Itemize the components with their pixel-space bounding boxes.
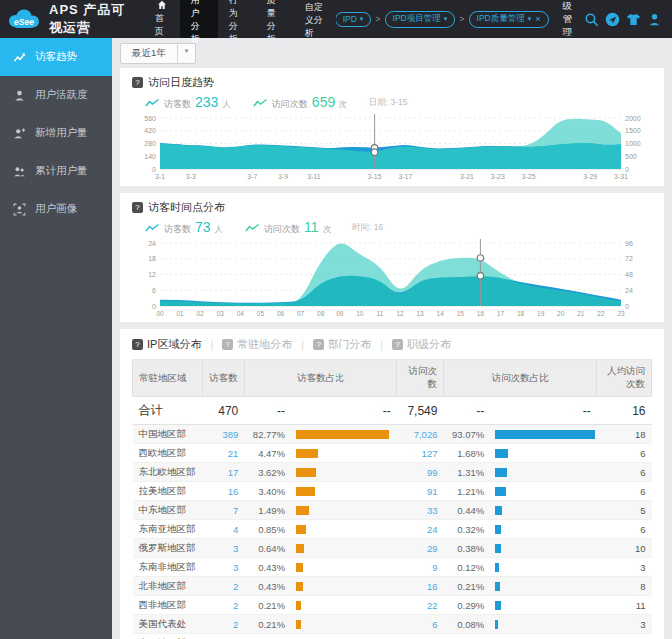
visits-count[interactable]: 91 [397,482,444,501]
sidebar-item-用户活跃度[interactable]: 用户活跃度 [0,76,112,114]
visits-pct: 0.32% [443,520,490,539]
visits-count[interactable]: 29 [397,539,444,558]
visitors-count[interactable]: 7 [203,501,245,520]
chevron-down-icon[interactable]: ▾ [177,44,196,63]
legend-item-访客数[interactable]: 访客数233人 [145,94,231,111]
visits-count[interactable]: 127 [397,444,444,463]
x-axis-tick: 3-25 [522,173,536,180]
x-axis-tick: 15 [457,310,465,317]
visits-count[interactable]: 33 [397,501,444,520]
region-name: 东南非地区部 [133,558,203,577]
help-icon[interactable]: ? [132,202,143,213]
sidebar-item-用户画像[interactable]: 用户画像 [0,190,112,228]
close-icon[interactable]: × [535,14,540,24]
wave-icon [145,98,160,108]
search-icon[interactable] [583,11,600,28]
panel-title: 访问日度趋势 [148,75,214,90]
visits-count[interactable]: 6 [397,615,444,634]
breadcrumb-pill-IPD项目管理[interactable]: IPD项目管理▾ [385,11,456,28]
chevron-down-icon[interactable]: ▾ [360,15,364,23]
x-axis-tick: 3-3 [186,173,196,180]
nav-item-用户分析[interactable]: 用户分析 [180,0,218,38]
visitors-count[interactable]: 2 [203,577,245,596]
visitors-bar-cell [291,501,397,520]
visits-pct: 1.31% [443,463,490,482]
sidebar-item-累计用户量[interactable]: 累计用户量 [0,152,112,190]
visits-count[interactable]: 7,026 [397,425,444,444]
x-axis-tick: 3-23 [491,173,505,180]
nav-item-首页[interactable]: 首页 [144,0,180,38]
legend-item-访客数[interactable]: 访客数73人 [145,219,223,236]
hourly-dist-panel: ? 访客时间点分布 访客数73人访问次数11次时间: 16 0062412481… [120,193,664,322]
visitors-count[interactable]: 21 [203,444,245,463]
sidebar-item-访客趋势[interactable]: 访客趋势 [0,38,112,76]
tab-部门分布[interactable]: ?部门分布 [313,337,371,352]
visitors-count[interactable]: 389 [203,425,245,444]
col-visitors-pct: 访客数占比 [244,360,396,397]
visitors-bar-cell [291,463,397,482]
esee-logo[interactable]: eSee [0,0,49,38]
visitors-count[interactable]: 2 [203,615,245,634]
user-icon [13,89,26,102]
help-icon[interactable]: ? [132,77,143,88]
marker-handle[interactable] [371,149,377,155]
visits-count[interactable]: 22 [397,596,444,615]
visits-pct-bar [495,468,507,477]
visitors-count[interactable]: 4 [203,520,245,539]
date-range-dropdown[interactable]: 最近1年 ▾ [120,43,196,64]
toolbar: 最近1年 ▾ [112,38,672,68]
hourly-dist-chart: 0062412481872249600010203040506070809101… [132,238,652,320]
tab-职级分布[interactable]: ?职级分布 [392,337,451,352]
nav-label: 首页 [155,12,169,38]
table-row-北非地区部: 北非地区部20.43%160.21%8 [133,577,652,596]
nav-item-行为分析[interactable]: 行为分析 [218,0,256,38]
y-axis-left-tick: 18 [148,255,156,262]
col-visitors: 访客数 [203,360,245,397]
hourly-dist-title-row: ? 访客时间点分布 [132,200,652,215]
help-icon: ? [313,339,324,350]
sidebar-item-新增用户量[interactable]: 新增用户量 [0,114,112,152]
send-icon[interactable] [604,11,621,28]
visitors-count[interactable]: 16 [203,482,245,501]
visitors-pct: 0.85% [244,520,291,539]
table-row-俄罗斯地区部: 俄罗斯地区部30.64%290.38%10 [133,539,652,558]
legend-item-访问次数[interactable]: 访问次数659次 [253,94,347,111]
visits-pct: 0.26% [443,634,490,639]
visitors-count[interactable]: 1 [203,634,245,639]
tab-常驻地分布[interactable]: ?常驻地分布 [222,337,292,352]
visitors-count[interactable]: 2 [203,596,245,615]
tab-IP区域分布[interactable]: ?IP区域分布 [132,337,201,352]
y-axis-right-tick: 500 [625,153,637,160]
x-axis-tick: 3-17 [398,173,412,180]
visitors-count[interactable]: 3 [203,539,245,558]
visits-count[interactable]: 24 [397,520,444,539]
marker-handle[interactable] [477,273,483,279]
marker-handle[interactable] [477,255,483,261]
col-avg-visits: 人均访问次数 [597,360,652,397]
visitors-pct-bar [296,449,318,458]
visits-count[interactable]: 16 [397,577,444,596]
visitors-count[interactable]: 3 [203,558,245,577]
tshirt-icon[interactable] [625,11,642,28]
user-icon[interactable] [646,11,663,28]
visits-count[interactable]: 99 [397,463,444,482]
chevron-down-icon[interactable]: ▾ [528,15,532,23]
send-icon [605,12,620,27]
nav-item-质量分析[interactable]: 质量分析 [256,0,294,38]
breadcrumb-pill-IPD[interactable]: IPD▾ [336,12,372,27]
region-name: 俄罗斯地区部 [133,539,203,558]
visitors-bar-cell [291,539,397,558]
breadcrumb-pill-IPD质量管理[interactable]: IPD质量管理▾× [469,11,549,28]
area-series-重叠区 [160,276,621,306]
legend-item-访问次数[interactable]: 访问次数11次 [245,219,331,236]
visits-count[interactable]: 9 [397,558,444,577]
nav-item-自定义分析[interactable]: 自定义分析 [294,0,336,38]
total-visits-bar: -- [490,397,597,425]
region-name: 西非地区部 [133,596,203,615]
total-visitors: 470 [203,397,245,425]
x-axis-tick: 18 [517,310,525,317]
visits-count[interactable]: 20 [397,634,444,639]
header-action-icons [583,11,663,28]
chevron-down-icon[interactable]: ▾ [444,15,448,23]
visitors-count[interactable]: 17 [203,463,245,482]
